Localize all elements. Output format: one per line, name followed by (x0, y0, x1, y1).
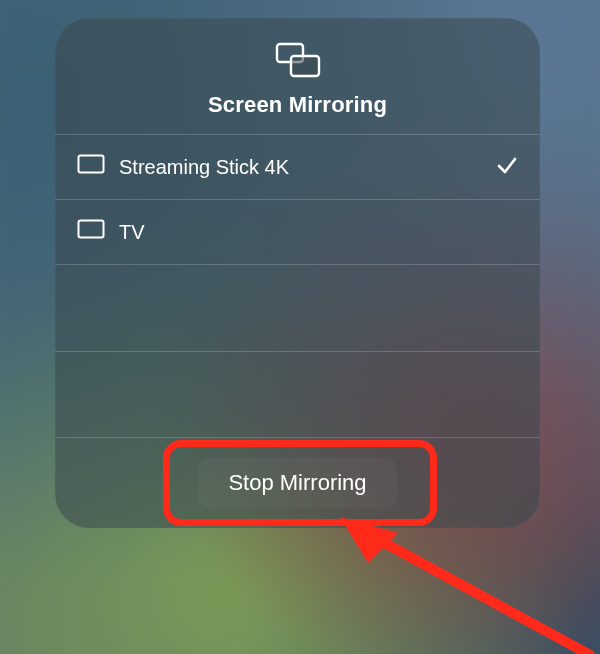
stop-mirroring-button[interactable]: Stop Mirroring (198, 458, 396, 508)
screen-mirroring-panel: Screen Mirroring Streaming Stick 4K (55, 18, 540, 528)
screen-mirroring-icon (275, 42, 321, 78)
device-list: Streaming Stick 4K TV (55, 134, 540, 437)
device-row[interactable]: TV (55, 199, 540, 264)
device-row[interactable]: Streaming Stick 4K (55, 134, 540, 199)
svg-rect-3 (79, 220, 104, 237)
panel-title: Screen Mirroring (208, 92, 387, 118)
display-icon (77, 219, 105, 246)
empty-row (55, 264, 540, 351)
checkmark-icon (496, 154, 518, 181)
display-icon (77, 154, 105, 181)
device-label: Streaming Stick 4K (119, 156, 496, 179)
panel-header: Screen Mirroring (55, 18, 540, 134)
device-label: TV (119, 221, 518, 244)
panel-footer: Stop Mirroring (55, 437, 540, 528)
svg-rect-2 (79, 155, 104, 172)
empty-row (55, 351, 540, 438)
svg-rect-1 (291, 56, 319, 76)
